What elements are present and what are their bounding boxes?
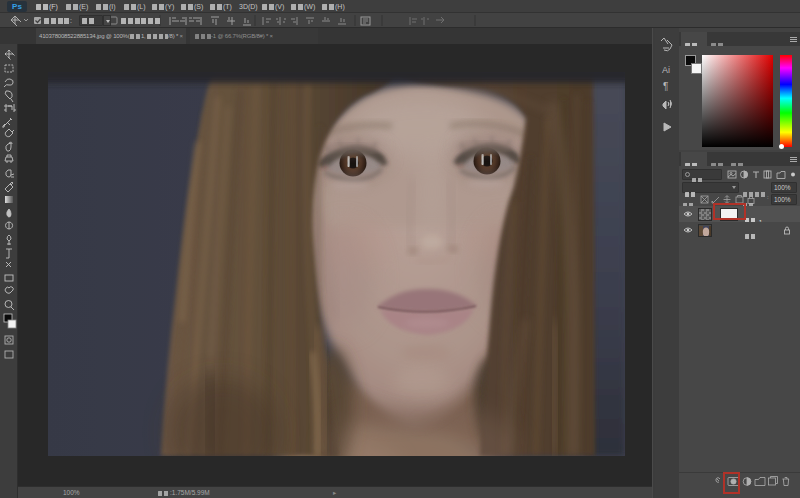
svg-text:¶: ¶ [663, 81, 668, 92]
svg-text:Ai: Ai [662, 65, 670, 75]
